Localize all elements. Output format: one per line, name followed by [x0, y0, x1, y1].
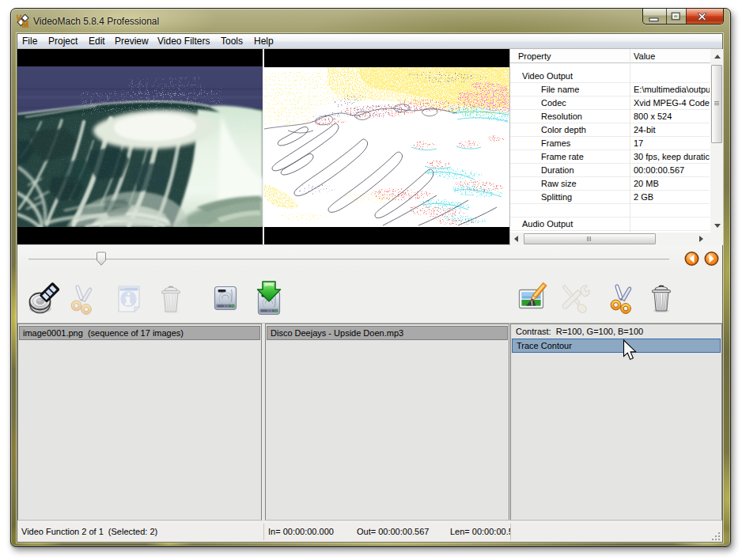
svg-text:V: V — [17, 14, 22, 23]
svg-text:M: M — [22, 21, 28, 28]
